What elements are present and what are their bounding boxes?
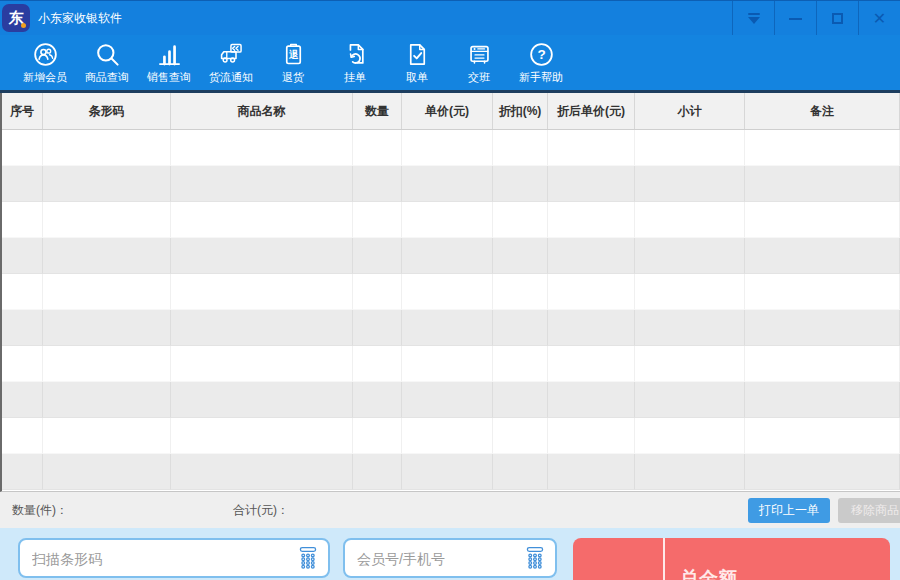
table-cell — [635, 454, 745, 490]
table-row — [2, 346, 900, 382]
table-cell — [493, 418, 548, 454]
table-cell — [493, 238, 548, 274]
maximize-icon — [832, 13, 843, 24]
barcode-input-wrap — [18, 538, 330, 578]
table-cell — [493, 130, 548, 166]
table-cell — [493, 274, 548, 310]
help-icon: ? — [528, 41, 555, 68]
print-last-order-button[interactable]: 打印上一单 — [748, 498, 830, 523]
col-header-unit-price: 单价(元) — [402, 93, 493, 129]
table-row — [2, 418, 900, 454]
toolbar-label: 取单 — [406, 70, 428, 85]
table-cell — [745, 274, 900, 310]
table-cell — [402, 202, 493, 238]
table-cell — [402, 130, 493, 166]
skin-menu-button[interactable] — [732, 1, 774, 36]
table-cell — [353, 454, 402, 490]
col-header-quantity: 数量 — [353, 93, 402, 129]
window-controls: ✕ — [732, 1, 900, 36]
status-bar: 数量(件)： 合计(元)： 打印上一单 移除商品 — [0, 492, 900, 528]
table-cell — [353, 202, 402, 238]
member-number-input[interactable] — [355, 543, 519, 575]
toolbar-add-member[interactable]: 新增会员 — [16, 41, 74, 85]
table-cell — [745, 346, 900, 382]
logo-dot — [21, 23, 26, 28]
table-cell — [43, 238, 171, 274]
toolbar-label: 挂单 — [344, 70, 366, 85]
keypad-icon[interactable] — [295, 545, 321, 575]
retrieve-order-icon — [404, 41, 431, 68]
logistics-notice-icon — [218, 41, 245, 68]
remove-item-button[interactable]: 移除商品 — [838, 498, 900, 523]
table-cell — [353, 310, 402, 346]
toolbar-logistics-notice[interactable]: 货流通知 — [202, 41, 260, 85]
table-cell — [548, 310, 635, 346]
toolbar-label: 新增会员 — [23, 70, 67, 85]
table-cell — [43, 382, 171, 418]
minimize-button[interactable] — [774, 1, 816, 36]
table-cell — [171, 382, 353, 418]
table-cell — [353, 130, 402, 166]
table-cell — [43, 310, 171, 346]
window-title: 小东家收银软件 — [38, 1, 122, 36]
toolbar-hold-order[interactable]: 挂单 — [326, 41, 384, 85]
table-cell — [402, 454, 493, 490]
table-cell — [493, 310, 548, 346]
table-cell — [2, 310, 43, 346]
toolbar-label: 商品查询 — [85, 70, 129, 85]
col-header-remark: 备注 — [745, 93, 900, 129]
close-button[interactable]: ✕ — [858, 1, 900, 36]
table-cell — [2, 454, 43, 490]
quantity-label: 数量(件)： — [12, 492, 68, 528]
keypad-icon[interactable] — [522, 545, 548, 575]
table-cell — [548, 418, 635, 454]
maximize-button[interactable] — [816, 1, 858, 36]
toolbar-label: 新手帮助 — [519, 70, 563, 85]
toolbar: 新增会员 商品查询 销售查询 — [0, 35, 900, 90]
table-cell — [635, 130, 745, 166]
table-cell — [548, 130, 635, 166]
col-header-barcode: 条形码 — [43, 93, 171, 129]
table-cell — [548, 166, 635, 202]
table-cell — [171, 274, 353, 310]
panel-divider — [663, 538, 665, 580]
table-cell — [43, 418, 171, 454]
close-icon: ✕ — [873, 11, 886, 27]
sales-query-icon — [156, 41, 183, 68]
toolbar-help[interactable]: ? 新手帮助 — [512, 41, 570, 85]
table-cell — [353, 238, 402, 274]
shift-change-icon — [466, 41, 493, 68]
table-cell — [402, 238, 493, 274]
total-amount-panel: 总金额 — [573, 538, 890, 580]
toolbar-sales-query[interactable]: 销售查询 — [140, 41, 198, 85]
member-input-wrap — [343, 538, 557, 578]
table-row — [2, 454, 900, 490]
sale-items-table: 序号 条形码 商品名称 数量 单价(元) 折扣(%) 折后单价(元) 小计 备注 — [0, 93, 900, 492]
col-header-product-name: 商品名称 — [171, 93, 353, 129]
col-header-discount: 折扣(%) — [493, 93, 548, 129]
table-cell — [171, 418, 353, 454]
table-cell — [171, 130, 353, 166]
table-cell — [548, 346, 635, 382]
toolbar-product-search[interactable]: 商品查询 — [78, 41, 136, 85]
table-cell — [635, 166, 745, 202]
scan-barcode-input[interactable] — [30, 543, 284, 575]
table-header-row: 序号 条形码 商品名称 数量 单价(元) 折扣(%) 折后单价(元) 小计 备注 — [2, 93, 900, 130]
toolbar-shift-change[interactable]: 交班 — [450, 41, 508, 85]
table-cell — [402, 310, 493, 346]
hold-order-icon — [342, 41, 369, 68]
table-cell — [43, 346, 171, 382]
table-cell — [402, 382, 493, 418]
toolbar-retrieve-order[interactable]: 取单 — [388, 41, 446, 85]
col-header-subtotal: 小计 — [635, 93, 745, 129]
table-cell — [2, 274, 43, 310]
toolbar-return-goods[interactable]: 退 退货 — [264, 41, 322, 85]
table-row — [2, 238, 900, 274]
table-cell — [171, 238, 353, 274]
table-cell — [171, 454, 353, 490]
table-body — [2, 130, 900, 490]
table-cell — [635, 418, 745, 454]
table-cell — [635, 382, 745, 418]
table-row — [2, 166, 900, 202]
table-cell — [745, 454, 900, 490]
